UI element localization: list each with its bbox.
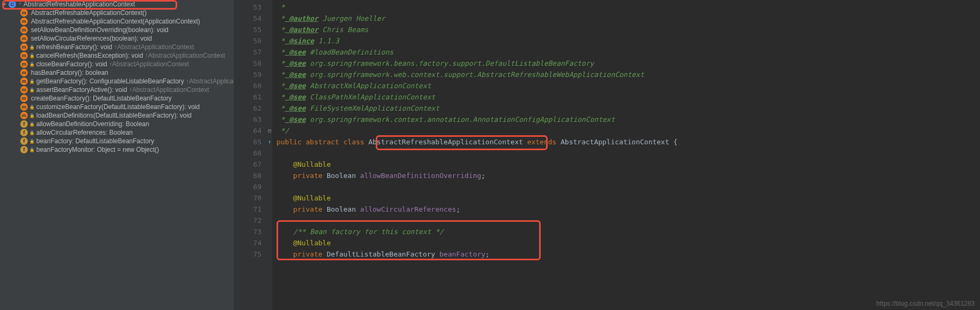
- method-icon: m: [20, 60, 28, 68]
- method-icon: m: [20, 52, 28, 59]
- abstract-marker-icon: ᵃ: [19, 2, 21, 7]
- member-label: assertBeanFactoryActive(): void ↑Abstrac…: [36, 86, 209, 94]
- structure-member[interactable]: mAbstractRefreshableApplicationContext(): [0, 9, 234, 17]
- structure-member[interactable]: mhasBeanFactory(): boolean: [0, 68, 234, 77]
- doc-tag: @see: [285, 115, 306, 123]
- structure-member[interactable]: m🔒customizeBeanFactory(DefaultListableBe…: [0, 103, 234, 111]
- line-number[interactable]: 70: [234, 192, 272, 204]
- override-gutter-icon[interactable]: ⬇: [268, 136, 271, 148]
- line-number[interactable]: 55: [234, 24, 272, 35]
- annotation: @Nullable: [293, 160, 330, 168]
- keyword: public: [276, 138, 306, 146]
- doc-tag: @since: [285, 37, 314, 45]
- method-icon: m: [20, 112, 28, 119]
- fold-gutter-icon[interactable]: ⊟: [268, 125, 271, 136]
- structure-member[interactable]: m🔒closeBeanFactory(): void ↑AbstractAppl…: [0, 60, 234, 68]
- line-number[interactable]: 57: [234, 46, 272, 58]
- lock-icon: 🔒: [29, 148, 35, 152]
- structure-member[interactable]: f🔒allowCircularReferences: Boolean: [0, 128, 234, 137]
- semicolon: ;: [456, 205, 461, 213]
- structure-member[interactable]: mcreateBeanFactory(): DefaultListableBea…: [0, 94, 234, 103]
- structure-member[interactable]: f🔒allowBeanDefinitionOverriding: Boolean: [0, 120, 234, 128]
- line-number[interactable]: 72: [234, 215, 272, 226]
- member-label: allowCircularReferences: Boolean: [36, 129, 133, 136]
- doc-line: *: [276, 37, 285, 45]
- structure-member[interactable]: msetAllowBeanDefinitionOverriding(boolea…: [0, 26, 234, 34]
- member-label: getBeanFactory(): ConfigurableListableBe…: [36, 78, 234, 85]
- doc-text: FileSystemXmlApplicationContext: [306, 104, 439, 112]
- watermark-text: https://blog.csdn.net/qq_34361283: [876, 300, 975, 307]
- line-number[interactable]: 58: [234, 58, 272, 69]
- semicolon: ;: [485, 250, 489, 258]
- line-number[interactable]: 74: [234, 237, 272, 249]
- doc-end: */: [276, 127, 289, 135]
- doc-line: *: [276, 115, 285, 123]
- method-icon: m: [20, 26, 28, 34]
- doc-text: Chris Beams: [318, 26, 368, 34]
- structure-member[interactable]: mAbstractRefreshableApplicationContext(A…: [0, 17, 234, 26]
- lock-icon: 🔒: [29, 62, 35, 67]
- line-number[interactable]: 73: [234, 226, 272, 237]
- line-number[interactable]: 67: [234, 159, 272, 170]
- class-name-label: AbstractRefreshableApplicationContext: [23, 1, 135, 8]
- line-number[interactable]: 68: [234, 170, 272, 181]
- doc-text: Juergen Hoeller: [318, 14, 385, 22]
- code-editor[interactable]: * * @author Juergen Hoeller * @author Ch…: [272, 0, 980, 310]
- field-name: allowCircularReferences: [360, 205, 456, 213]
- keyword: extends: [523, 138, 560, 146]
- doc-tag: @see: [285, 71, 306, 79]
- line-number[interactable]: 64⊟: [234, 125, 272, 136]
- line-number[interactable]: 62: [234, 103, 272, 114]
- field-icon: f: [20, 146, 28, 153]
- member-label: beanFactory: DefaultListableBeanFactory: [36, 137, 154, 145]
- doc-line: *: [276, 3, 285, 11]
- keyword: private: [293, 250, 327, 258]
- field-icon: f: [20, 120, 28, 128]
- structure-member[interactable]: m🔒cancelRefresh(BeansException): void ↑A…: [0, 51, 234, 60]
- structure-member[interactable]: m🔒refreshBeanFactory(): void ↑AbstractAp…: [0, 43, 234, 51]
- doc-text: org.springframework.web.context.support.…: [306, 71, 644, 79]
- method-icon: m: [20, 9, 28, 17]
- lock-icon: 🔒: [29, 45, 35, 50]
- line-number[interactable]: 69: [234, 181, 272, 192]
- doc-tag: @see: [285, 104, 306, 112]
- field-name: allowBeanDefinitionOverriding: [360, 172, 481, 180]
- structure-member[interactable]: f🔒beanFactoryMonitor: Object = new Objec…: [0, 145, 234, 154]
- line-number[interactable]: 56: [234, 35, 272, 46]
- doc-line: *: [276, 93, 285, 101]
- field-icon: f: [20, 129, 28, 136]
- line-number[interactable]: 53: [234, 2, 272, 13]
- doc-line: *: [276, 26, 285, 34]
- structure-member[interactable]: m🔒loadBeanDefinitions(DefaultListableBea…: [0, 111, 234, 120]
- line-number[interactable]: 66: [234, 148, 272, 159]
- lock-icon: 🔒: [29, 88, 35, 92]
- line-number[interactable]: 60: [234, 80, 272, 91]
- line-number[interactable]: 59: [234, 69, 272, 80]
- keyword: private: [293, 172, 327, 180]
- doc-line: *: [276, 59, 285, 67]
- line-number[interactable]: 75: [234, 249, 272, 260]
- structure-member[interactable]: msetAllowCircularReferences(boolean): vo…: [0, 34, 234, 43]
- type: Boolean: [327, 172, 360, 180]
- line-number[interactable]: 54: [234, 13, 272, 24]
- method-icon: m: [20, 103, 28, 111]
- tree-collapse-icon[interactable]: ▼: [2, 2, 7, 7]
- line-number[interactable]: 63: [234, 114, 272, 125]
- structure-member[interactable]: m🔒getBeanFactory(): ConfigurableListable…: [0, 77, 234, 86]
- method-icon: m: [20, 35, 28, 42]
- member-label: customizeBeanFactory(DefaultListableBean…: [36, 103, 200, 111]
- type: DefaultListableBeanFactory: [327, 250, 439, 258]
- lock-icon: 🔒: [29, 113, 35, 118]
- structure-member[interactable]: m🔒assertBeanFactoryActive(): void ↑Abstr…: [0, 86, 234, 94]
- method-icon: m: [20, 18, 28, 25]
- line-number[interactable]: 61: [234, 91, 272, 103]
- line-number[interactable]: 71: [234, 204, 272, 215]
- structure-root-class[interactable]: ▼ C ᵃ AbstractRefreshableApplicationCont…: [0, 0, 234, 9]
- doc-line: *: [276, 48, 285, 56]
- line-number[interactable]: 65⬇: [234, 136, 272, 148]
- doc-tag: @author: [285, 26, 319, 34]
- lock-icon: 🔒: [29, 122, 35, 127]
- structure-member[interactable]: f🔒beanFactory: DefaultListableBeanFactor…: [0, 137, 234, 145]
- structure-tool-window[interactable]: ▼ C ᵃ AbstractRefreshableApplicationCont…: [0, 0, 234, 310]
- editor-gutter[interactable]: 535455565758596061626364⊟65⬇666768697071…: [234, 0, 272, 310]
